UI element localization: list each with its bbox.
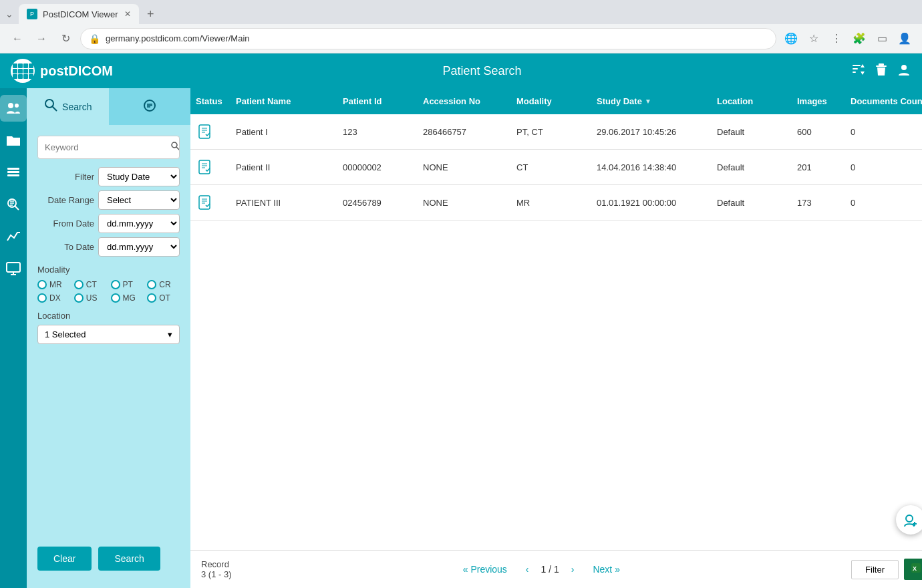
new-tab-button[interactable]: + <box>144 7 157 21</box>
back-button[interactable]: ← <box>8 29 27 48</box>
row2-location: Default <box>712 150 792 184</box>
modality-ct-radio[interactable] <box>74 280 84 289</box>
prev-page-button[interactable]: ‹ <box>519 560 536 579</box>
clear-button[interactable]: Clear <box>37 547 92 571</box>
modality-mg[interactable]: MG <box>111 293 144 303</box>
svg-marker-3 <box>861 64 865 67</box>
row3-location: Default <box>712 185 792 220</box>
forward-button[interactable]: → <box>32 29 51 48</box>
row3-accession: NONE <box>418 185 511 220</box>
to-date-select[interactable]: dd.mm.yyyy <box>98 237 180 257</box>
search-tabs: Search <box>27 88 190 125</box>
modality-mg-radio[interactable] <box>111 293 120 303</box>
modality-us[interactable]: US <box>74 293 107 303</box>
filter-label: Filter <box>37 172 94 182</box>
status-icon-2 <box>196 158 214 176</box>
row2-accession: NONE <box>418 150 511 184</box>
record-count: 3 (1 - 3) <box>201 569 232 579</box>
search-panel: Search Filter <box>27 88 190 588</box>
reload-button[interactable]: ↻ <box>56 29 75 48</box>
extensions-btn[interactable]: 🧩 <box>850 29 869 48</box>
col-status: Status <box>190 88 230 114</box>
profile-btn[interactable]: 👤 <box>895 29 914 48</box>
row2-documents: 0 <box>845 150 922 184</box>
modality-mr-radio[interactable] <box>37 280 47 289</box>
modality-pt[interactable]: PT <box>111 280 144 289</box>
svg-point-9 <box>15 104 19 108</box>
modality-mr[interactable]: MR <box>37 280 70 289</box>
modality-dx-radio[interactable] <box>37 293 47 303</box>
user-header-button[interactable] <box>897 62 911 80</box>
filter-button[interactable]: Filter <box>851 560 899 579</box>
row2-study-date: 14.04.2016 14:38:40 <box>591 150 712 184</box>
filter-select[interactable]: Study Date Patient Name Patient ID <box>98 167 180 186</box>
translate-icon-btn[interactable]: 🌐 <box>782 29 800 48</box>
svg-rect-33 <box>199 160 210 174</box>
sidebar-layers-button[interactable] <box>0 159 27 186</box>
modality-ct[interactable]: CT <box>74 280 107 289</box>
modality-pt-radio[interactable] <box>111 280 120 289</box>
search-button[interactable]: Search <box>98 547 160 571</box>
row2-modality: CT <box>511 150 591 184</box>
modality-ot[interactable]: OT <box>147 293 180 303</box>
sidebar-toggle-btn[interactable]: ▭ <box>873 29 891 48</box>
location-select[interactable]: 1 Selected ▾ <box>37 325 180 344</box>
address-bar: 🔒 <box>80 28 776 49</box>
sidebar-folder-button[interactable] <box>0 127 27 154</box>
row1-status <box>190 114 230 149</box>
record-info: Record 3 (1 - 3) <box>201 559 232 579</box>
modality-us-radio[interactable] <box>74 293 84 303</box>
next-page-button[interactable]: › <box>565 560 581 579</box>
date-range-label: Date Range <box>37 195 94 205</box>
sidebar-advanced-search-button[interactable] <box>0 191 27 218</box>
svg-rect-5 <box>879 63 884 65</box>
url-input[interactable] <box>106 33 768 43</box>
col-modality: Modality <box>511 88 591 114</box>
tab-search[interactable]: Search <box>27 88 109 125</box>
app-body: Search Filter <box>0 88 922 588</box>
modality-grid: MR CT PT CR <box>37 280 180 303</box>
next-button[interactable]: Next » <box>586 560 626 579</box>
keyword-search-button[interactable] <box>164 136 180 158</box>
modality-ot-radio[interactable] <box>147 293 156 303</box>
sidebar-analytics-button[interactable] <box>0 223 27 250</box>
browser-menu-btn[interactable]: ⋮ <box>827 29 846 48</box>
modality-ot-label: OT <box>159 293 170 303</box>
tab-list-button[interactable]: ⌄ <box>5 9 13 19</box>
date-range-select[interactable]: Select Today This Week This Month <box>98 190 180 210</box>
keyword-input[interactable] <box>38 138 164 157</box>
row2-patient-name: Patient II <box>230 150 337 184</box>
tab-advanced[interactable] <box>109 88 191 125</box>
action-row: Clear Search <box>37 547 180 577</box>
modality-cr-radio[interactable] <box>147 280 156 289</box>
modality-mr-label: MR <box>49 280 62 289</box>
modality-dx[interactable]: DX <box>37 293 70 303</box>
sort-header-button[interactable] <box>851 62 866 80</box>
prev-button[interactable]: « Previous <box>456 560 514 579</box>
page-title: Patient Search <box>113 64 851 78</box>
from-date-select[interactable]: dd.mm.yyyy <box>98 214 180 233</box>
sort-study-date-icon[interactable]: ▼ <box>645 98 651 105</box>
active-tab[interactable]: P PostDICOM Viewer ✕ <box>19 4 139 24</box>
tab-search-label: Search <box>62 102 92 112</box>
tab-favicon: P <box>27 9 37 19</box>
table-row[interactable]: Patient I 123 286466757 PT, CT 29.06.201… <box>190 114 922 150</box>
row2-status <box>190 150 230 184</box>
tab-title: PostDICOM Viewer <box>43 9 118 19</box>
trash-header-button[interactable] <box>874 62 889 80</box>
sidebar-patients-button[interactable] <box>0 95 27 122</box>
add-user-fab[interactable] <box>896 505 922 535</box>
excel-export-button[interactable]: X <box>904 559 922 580</box>
location-chevron-icon: ▾ <box>168 329 172 339</box>
location-title: Location <box>37 311 180 321</box>
table-row[interactable]: PATIENT III 02456789 NONE MR 01.01.1921 … <box>190 185 922 220</box>
header-actions <box>851 62 911 80</box>
bookmark-btn[interactable]: ☆ <box>804 29 823 48</box>
sidebar-monitor-button[interactable] <box>0 255 27 282</box>
modality-cr[interactable]: CR <box>147 280 180 289</box>
col-patient-name: Patient Name <box>230 88 337 114</box>
col-study-date: Study Date ▼ <box>591 88 712 114</box>
tab-close-button[interactable]: ✕ <box>124 9 131 19</box>
row3-patient-id: 02456789 <box>337 185 418 220</box>
table-row[interactable]: Patient II 00000002 NONE CT 14.04.2016 1… <box>190 150 922 185</box>
